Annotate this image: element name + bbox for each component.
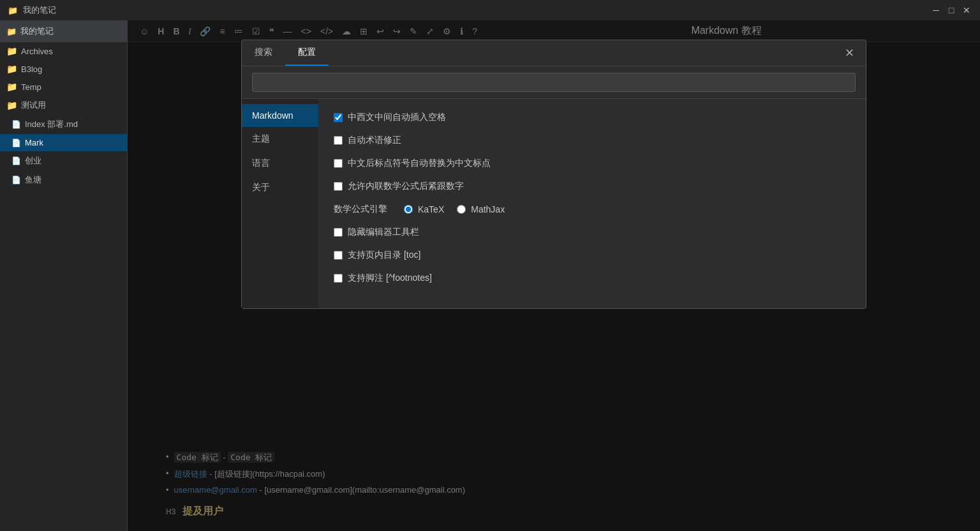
search-input[interactable] [252,73,856,92]
opt3-label: 中文后标点符号自动替换为中文标点 [348,158,491,169]
radio-mathjax-input[interactable] [457,205,466,214]
folder-icon: 📁 [6,82,17,92]
settings-nav: Markdown 主题 语言 关于 [242,99,318,308]
checkbox-opt4[interactable] [334,182,343,191]
sidebar-item-archives[interactable]: 📁 Archives [0,42,127,60]
label-opt1[interactable]: 中西文中间自动插入空格 [334,112,446,123]
dialog-overlay: 搜索 配置 ✕ Markdown 主题 语言 关于 [128,20,980,531]
dialog-close-button[interactable]: ✕ [840,41,859,65]
tab-settings[interactable]: 配置 [285,40,329,66]
folder-icon: 📁 [6,64,17,74]
radio-katex-input[interactable] [404,205,413,214]
label-opt5[interactable]: 隐藏编辑器工具栏 [334,227,419,238]
title-bar-controls: ─ □ ✕ [930,4,972,16]
file-icon: 📄 [11,138,21,147]
file-icon: 📄 [11,120,21,129]
settings-row-opt3: 中文后标点符号自动替换为中文标点 [334,158,850,169]
opt6-label: 支持页内目录 [toc] [348,250,420,261]
opt2-label: 自动术语修正 [348,135,401,146]
label-opt7[interactable]: 支持脚注 [^footnotes] [334,273,432,284]
settings-nav-about[interactable]: 关于 [242,176,318,200]
opt7-label: 支持脚注 [^footnotes] [348,273,432,284]
settings-nav-markdown[interactable]: Markdown [242,104,318,127]
opt1-label: 中西文中间自动插入空格 [348,112,446,123]
sidebar-item-startup[interactable]: 📄 创业 [0,151,127,170]
opt5-label: 隐藏编辑器工具栏 [348,227,419,238]
sidebar-item-label: Mark [25,138,43,147]
label-opt4[interactable]: 允许内联数学公式后紧跟数字 [334,181,464,192]
sidebar: 📁 我的笔记 📁 Archives 📁 B3log 📁 Temp 📁 测试用 📄… [0,20,128,531]
settings-row-opt4: 允许内联数学公式后紧跟数字 [334,181,850,192]
close-button[interactable]: ✕ [961,4,972,16]
settings-row-opt1: 中西文中间自动插入空格 [334,112,850,123]
folder-icon: 📁 [6,100,17,110]
sidebar-folder-icon: 📁 [6,27,17,36]
tab-search[interactable]: 搜索 [242,40,285,66]
sidebar-item-label: 鱼塘 [25,174,41,186]
radio-mathjax[interactable]: MathJax [457,204,505,214]
math-engine-label: 数学公式引擎 [334,204,387,215]
sidebar-item-index[interactable]: 📄 Index 部署.md [0,115,127,134]
radio-mathjax-label: MathJax [471,204,505,214]
settings-nav-language[interactable]: 语言 [242,151,318,176]
settings-dialog: 搜索 配置 ✕ Markdown 主题 语言 关于 [241,40,866,309]
settings-content: 中西文中间自动插入空格 自动术语修正 [318,99,866,308]
sidebar-item-temp[interactable]: 📁 Temp [0,78,127,96]
folder-icon: 📁 [6,46,17,56]
opt4-label: 允许内联数学公式后紧跟数字 [348,181,464,192]
main-layout: 📁 我的笔记 📁 Archives 📁 B3log 📁 Temp 📁 测试用 📄… [0,20,980,531]
app-folder-icon: 📁 [8,6,18,15]
checkbox-opt7[interactable] [334,274,343,283]
settings-row-opt2: 自动术语修正 [334,135,850,146]
file-icon: 📄 [11,176,21,184]
sidebar-title: 我的笔记 [20,26,54,37]
checkbox-opt2[interactable] [334,136,343,145]
radio-katex-label: KaTeX [418,204,444,214]
editor-area: ☺ H B I 🔗 ≡ ≔ ☑ ❝ — <> </> ☁ ⊞ ↩ ↪ ✎ ⤢ ⚙… [128,20,980,531]
settings-row-opt7: 支持脚注 [^footnotes] [334,273,850,284]
checkbox-opt5[interactable] [334,228,343,237]
sidebar-item-mark[interactable]: 📄 Mark [0,134,127,151]
file-icon: 📄 [11,156,21,165]
sidebar-header: 📁 我的笔记 [0,20,127,42]
settings-nav-theme[interactable]: 主题 [242,127,318,151]
settings-row-opt5: 隐藏编辑器工具栏 [334,227,850,238]
label-opt2[interactable]: 自动术语修正 [334,135,401,146]
sidebar-item-label: Temp [21,82,41,92]
sidebar-item-label: B3log [21,64,42,74]
sidebar-item-b3log[interactable]: 📁 B3log [0,60,127,78]
dialog-header: 搜索 配置 ✕ [242,40,866,66]
sidebar-item-label: 测试用 [21,100,46,111]
title-bar-left: 📁 我的笔记 [8,4,56,16]
dialog-search-bar [242,66,866,99]
math-engine-radio-group: KaTeX MathJax [404,204,505,214]
sidebar-item-label: 创业 [25,155,41,167]
label-opt6[interactable]: 支持页内目录 [toc] [334,250,420,261]
sidebar-item-label: Index 部署.md [25,119,78,130]
checkbox-opt3[interactable] [334,159,343,168]
checkbox-opt6[interactable] [334,251,343,260]
settings-row-math: 数学公式引擎 KaTeX MathJax [334,204,850,215]
minimize-button[interactable]: ─ [930,4,942,16]
radio-katex[interactable]: KaTeX [404,204,444,214]
settings-row-opt6: 支持页内目录 [toc] [334,250,850,261]
checkbox-opt1[interactable] [334,113,343,122]
label-opt3[interactable]: 中文后标点符号自动替换为中文标点 [334,158,491,169]
settings-body: Markdown 主题 语言 关于 中西文中间自动插入空格 [242,99,866,308]
sidebar-item-label: Archives [21,47,53,56]
app-title: 我的笔记 [23,4,56,16]
sidebar-item-fishpond[interactable]: 📄 鱼塘 [0,170,127,190]
maximize-button[interactable]: □ [946,4,957,16]
title-bar: 📁 我的笔记 ─ □ ✕ [0,0,980,20]
sidebar-item-testuse[interactable]: 📁 测试用 [0,96,127,115]
